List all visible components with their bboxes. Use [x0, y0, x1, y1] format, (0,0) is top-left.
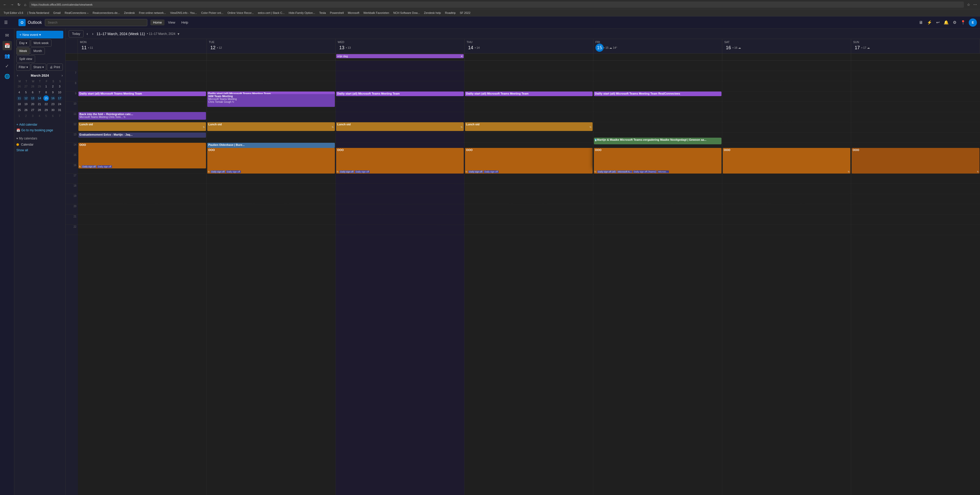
- sidebar-people-icon[interactable]: 👥: [3, 51, 12, 61]
- mini-cal-cell-26[interactable]: 26: [16, 83, 22, 89]
- nav-home[interactable]: Home: [150, 19, 164, 26]
- back-fold-event[interactable]: Back into the fold – Reintegration catc.…: [78, 112, 206, 120]
- martijn-maaike-event[interactable]: ● Martijn & Maaike Microsoft Teams-verga…: [594, 138, 721, 144]
- bookmark-gmail[interactable]: Gmail: [52, 11, 62, 15]
- bookmark-voice[interactable]: Online Voice Recor...: [226, 11, 255, 15]
- day-header-sat[interactable]: Sat 16 • 16 ☁: [722, 39, 851, 53]
- refresh-button[interactable]: ↻: [16, 2, 22, 7]
- header-search[interactable]: [45, 19, 147, 26]
- sidebar-mail-icon[interactable]: ✉: [3, 31, 12, 40]
- share-btn[interactable]: Share ▾: [31, 64, 46, 71]
- mini-cal-cell-26b[interactable]: 26: [23, 107, 29, 113]
- daily-sign-tue2[interactable]: Daily sign off: [226, 171, 240, 173]
- calendar-item-main[interactable]: Calendar: [16, 142, 63, 147]
- mini-cal-cell-9[interactable]: 9: [50, 89, 56, 95]
- next-week-button[interactable]: ›: [91, 30, 94, 37]
- daily-sign-wed[interactable]: Daily sign off: [339, 171, 354, 173]
- add-calendar-link[interactable]: + Add calendar: [16, 122, 63, 128]
- mini-cal-cell-apr1[interactable]: 1: [16, 113, 22, 119]
- mini-cal-cell-3[interactable]: 3: [57, 83, 62, 89]
- week-dropdown-btn[interactable]: ▾: [178, 32, 179, 36]
- home-button[interactable]: ⌂: [23, 2, 27, 7]
- sidebar-apps-icon[interactable]: 🌐: [3, 72, 12, 81]
- mini-cal-cell-27[interactable]: 27: [23, 83, 29, 89]
- ooo-wed-event[interactable]: OOO ↻ Daily sign off Daily sign off: [336, 148, 464, 174]
- mini-cal-next[interactable]: ›: [61, 73, 63, 78]
- daily-sign-mon[interactable]: Daily sign off: [82, 165, 96, 168]
- undo-icon-btn[interactable]: ↩: [935, 19, 940, 26]
- mini-cal-cell-11[interactable]: 11: [16, 95, 22, 101]
- forward-button[interactable]: →: [9, 2, 15, 7]
- iam-event[interactable]: IAM Team Meeting Microsoft Teams Meeting…: [207, 94, 335, 107]
- location-icon-btn[interactable]: 📍: [959, 19, 967, 26]
- mini-cal-cell-31[interactable]: 31: [57, 107, 62, 113]
- mini-cal-cell-28[interactable]: 28: [30, 83, 36, 89]
- mini-cal-cell-21[interactable]: 21: [37, 101, 42, 107]
- mini-cal-cell-apr6[interactable]: 6: [50, 113, 56, 119]
- splitview-btn[interactable]: Split view: [16, 55, 35, 62]
- bookmark-tesla[interactable]: Tesla: [318, 11, 328, 15]
- bookmark-viewdns[interactable]: ViewDNS.info - You...: [169, 11, 199, 15]
- address-bar[interactable]: https://outlook.office365.com/calendar/v…: [29, 2, 964, 8]
- ooo-thu-event[interactable]: OOO Geannuleerd: Microsoft: [465, 148, 593, 174]
- daily-sign-fri[interactable]: Daily sign off (all): [597, 171, 616, 173]
- mini-cal-cell-15[interactable]: 15: [43, 95, 49, 101]
- daily-sign-fri4[interactable]: Microsc...: [657, 171, 669, 173]
- mini-cal-cell-24[interactable]: 24: [57, 101, 62, 107]
- daily-sign-tue[interactable]: Daily sign off: [211, 171, 225, 173]
- day-header-sun[interactable]: Sun 17 • 17 ☁: [851, 39, 980, 53]
- bookmark-powershell[interactable]: Powershell: [328, 11, 345, 15]
- mini-cal-cell-27b[interactable]: 27: [30, 107, 36, 113]
- day-header-fri[interactable]: Fri 15 • 15 ☁ 14°: [593, 39, 722, 53]
- mini-cal-cell-17[interactable]: 17: [57, 95, 62, 101]
- mini-cal-cell-19[interactable]: 19: [23, 101, 29, 107]
- lunch-wed-event[interactable]: Lunch oid ↻: [336, 122, 464, 131]
- ooo-sun-event[interactable]: OOO ↻: [852, 148, 980, 174]
- new-event-button[interactable]: + New event ▾: [16, 31, 63, 38]
- ooo-tue-event[interactable]: OOO ↻ Daily sign off Daily sign off: [207, 148, 335, 174]
- sidebar-calendar-icon[interactable]: 📅: [3, 41, 12, 50]
- mini-cal-cell-16[interactable]: 16: [50, 95, 56, 101]
- mini-cal-cell-23[interactable]: 23: [50, 101, 56, 107]
- mini-cal-cell-13[interactable]: 13: [30, 95, 36, 101]
- nav-view[interactable]: View: [165, 19, 178, 26]
- bookmark-slack[interactable]: eelco-cert | Slack C...: [256, 11, 286, 15]
- print-btn[interactable]: 🖨 Print: [47, 64, 63, 71]
- hamburger-menu[interactable]: ☰: [3, 19, 9, 26]
- mini-cal-cell-25[interactable]: 25: [16, 107, 22, 113]
- mini-cal-cell-8[interactable]: 8: [43, 89, 49, 95]
- mini-cal-cell-6[interactable]: 6: [30, 89, 36, 95]
- day-header-tue[interactable]: Tue 12 • 12: [207, 39, 336, 53]
- mini-cal-cell-28[interactable]: 28: [37, 107, 42, 113]
- daily-start-wed-event[interactable]: Dailly start (all) Microsoft Teams Meeti…: [336, 91, 464, 96]
- mini-cal-cell-10[interactable]: 10: [57, 89, 62, 95]
- mini-cal-cell-apr3[interactable]: 3: [30, 113, 36, 119]
- lunch-mon-event[interactable]: Lunch oid ↻: [78, 122, 206, 131]
- bookmark-colorpicker[interactable]: Color Picker onl...: [200, 11, 225, 15]
- bookmark-microsoft[interactable]: Microsoft: [347, 11, 361, 15]
- daily-start-fri-event[interactable]: Dailly start (all) Microsoft Teams Meeti…: [594, 91, 721, 96]
- day-header-thu[interactable]: Thu 14 • 14: [465, 39, 593, 53]
- bookmark-roadtrip[interactable]: Roadtrip: [444, 11, 457, 15]
- mini-cal-cell-14[interactable]: 14: [37, 95, 42, 101]
- mini-cal-cell-2[interactable]: 2: [50, 83, 56, 89]
- month-view-btn[interactable]: Month: [30, 48, 45, 54]
- today-button[interactable]: Today: [68, 30, 84, 37]
- vrije-dag-event[interactable]: vrije dag ✕: [336, 54, 464, 58]
- mini-cal-cell-12[interactable]: 12: [23, 95, 29, 101]
- mini-cal-cell-5[interactable]: 5: [23, 89, 29, 95]
- browser-menu[interactable]: ⋯: [972, 2, 978, 7]
- settings-icon-btn[interactable]: ⚙: [952, 19, 958, 26]
- day-header-mon[interactable]: Mon 11 • 11: [78, 39, 207, 53]
- bookmark-tryit[interactable]: Tryit Editor v3.6: [2, 11, 25, 15]
- mini-cal-prev[interactable]: ‹: [16, 73, 19, 78]
- mini-cal-cell-apr4[interactable]: 4: [37, 113, 42, 119]
- lunch-tue-event[interactable]: Lunch oid ↻: [207, 122, 335, 131]
- daily-sign-mon2[interactable]: Daily sign off: [97, 165, 112, 168]
- ooo-mon-event[interactable]: OOO ↻ Daily sign off Daily sign off: [78, 143, 206, 168]
- filter-btn[interactable]: Filter ▾: [16, 64, 30, 71]
- user-avatar[interactable]: E: [969, 18, 977, 27]
- bookmark-nch[interactable]: NCH Software Dow...: [392, 11, 422, 15]
- day-header-wed[interactable]: Wed 13 • 13: [336, 39, 465, 53]
- daily-sign-wed2[interactable]: Daily sign off: [355, 171, 369, 173]
